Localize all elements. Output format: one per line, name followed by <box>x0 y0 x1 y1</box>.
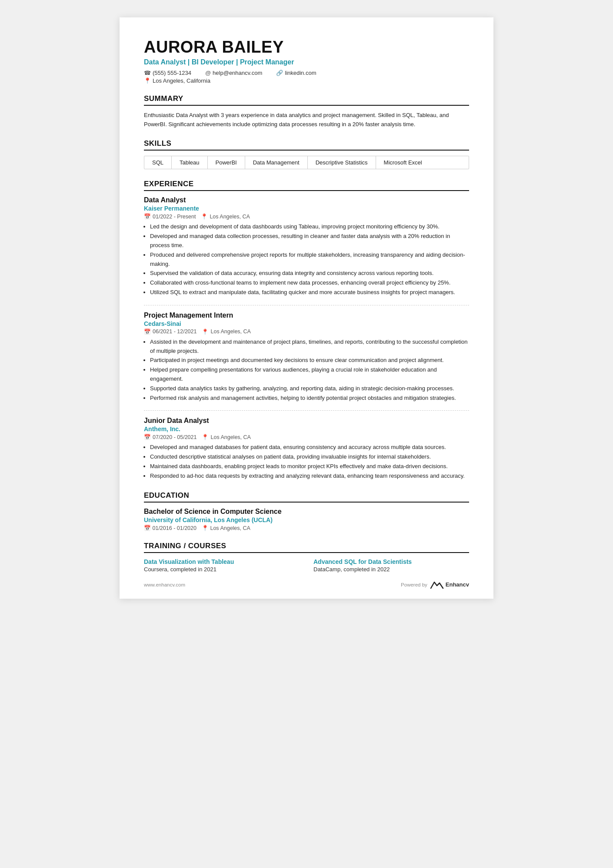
job-dates: 📅 01/2022 - Present <box>144 213 196 220</box>
training-subtitle: DataCamp, completed in 2022 <box>313 566 469 573</box>
summary-text: Enthusiastic Data Analyst with 3 years e… <box>144 111 469 129</box>
linkedin-icon: 🔗 <box>276 70 283 76</box>
resume-page: AURORA BAILEY Data Analyst | BI Develope… <box>120 17 493 599</box>
calendar-icon: 📅 <box>144 434 151 440</box>
email-contact: @ help@enhancv.com <box>205 70 262 76</box>
skills-section: SKILLS SQLTableauPowerBIData ManagementD… <box>144 139 469 169</box>
job-location: 📍 Los Angeles, CA <box>201 213 250 220</box>
skills-heading: SKILLS <box>144 139 469 151</box>
company-name: Cedars-Sinai <box>144 320 469 327</box>
skills-list: SQLTableauPowerBIData ManagementDescript… <box>144 156 469 169</box>
training-subtitle: Coursera, completed in 2021 <box>144 566 300 573</box>
training-section: TRAINING / COURSES Data Visualization wi… <box>144 542 469 573</box>
calendar-icon: 📅 <box>144 213 151 220</box>
location-icon: 📍 <box>202 525 209 531</box>
experience-section: EXPERIENCE Data Analyst Kaiser Permanent… <box>144 180 469 480</box>
training-grid: Data Visualization with Tableau Coursera… <box>144 558 469 573</box>
job-bullets: Assisted in the development and maintena… <box>144 338 469 403</box>
footer-website: www.enhancv.com <box>144 582 185 587</box>
education-section: EDUCATION Bachelor of Science in Compute… <box>144 491 469 531</box>
skill-item: Tableau <box>172 156 208 169</box>
skill-item: Data Management <box>245 156 308 169</box>
job-dates: 📅 07/2020 - 05/2021 <box>144 434 197 440</box>
summary-heading: SUMMARY <box>144 94 469 106</box>
bullet-item: Performed risk analysis and management a… <box>150 394 469 403</box>
experience-block: Junior Data Analyst Anthem, Inc. 📅 07/20… <box>144 417 469 480</box>
job-meta: 📅 01/2022 - Present 📍 Los Angeles, CA <box>144 213 469 220</box>
bullet-item: Led the design and development of data d… <box>150 222 469 231</box>
experience-heading: EXPERIENCE <box>144 180 469 191</box>
training-heading: TRAINING / COURSES <box>144 542 469 553</box>
training-title: Advanced SQL for Data Scientists <box>313 558 469 565</box>
bullet-item: Supervised the validation of data accura… <box>150 269 469 278</box>
skill-item: PowerBI <box>208 156 245 169</box>
location-icon: 📍 <box>202 328 209 335</box>
bullet-item: Maintained data dashboards, enabling pro… <box>150 462 469 471</box>
experience-list: Data Analyst Kaiser Permanente 📅 01/2022… <box>144 196 469 480</box>
experience-block: Project Management Intern Cedars-Sinai 📅… <box>144 312 469 403</box>
training-item: Advanced SQL for Data Scientists DataCam… <box>313 558 469 573</box>
enhancv-logo: Enhancv <box>430 580 469 589</box>
bullet-item: Conducted descriptive statistical analys… <box>150 452 469 462</box>
job-title: Junior Data Analyst <box>144 417 469 425</box>
bullet-item: Produced and delivered comprehensive pro… <box>150 251 469 269</box>
job-title: Data Analyst <box>144 196 469 204</box>
job-bullets: Led the design and development of data d… <box>144 222 469 297</box>
calendar-icon: 📅 <box>144 328 151 335</box>
enhancv-icon <box>430 580 444 589</box>
training-item: Data Visualization with Tableau Coursera… <box>144 558 300 573</box>
bullet-item: Assisted in the development and maintena… <box>150 338 469 356</box>
bullet-item: Supported data analytics tasks by gather… <box>150 384 469 393</box>
bullet-item: Collaborated with cross-functional teams… <box>150 278 469 288</box>
education-block: Bachelor of Science in Computer Science … <box>144 508 469 531</box>
bullet-item: Utilized SQL to extract and manipulate d… <box>150 288 469 297</box>
skill-item: Descriptive Statistics <box>308 156 376 169</box>
job-meta: 📅 07/2020 - 05/2021 📍 Los Angeles, CA <box>144 434 469 440</box>
bullet-item: Participated in project meetings and doc… <box>150 356 469 365</box>
phone-icon: ☎ <box>144 70 151 76</box>
skill-item: SQL <box>144 156 172 169</box>
candidate-title: Data Analyst | BI Developer | Project Ma… <box>144 58 469 66</box>
location-icon: 📍 <box>202 434 209 440</box>
candidate-name: AURORA BAILEY <box>144 38 469 57</box>
experience-block: Data Analyst Kaiser Permanente 📅 01/2022… <box>144 196 469 297</box>
linkedin-contact: 🔗 linkedin.com <box>276 70 316 76</box>
contact-row: ☎ (555) 555-1234 @ help@enhancv.com 🔗 li… <box>144 70 469 76</box>
job-meta: 📅 06/2021 - 12/2021 📍 Los Angeles, CA <box>144 328 469 335</box>
calendar-icon: 📅 <box>144 525 151 531</box>
bullet-item: Developed and managed databases for pati… <box>150 443 469 452</box>
job-location: 📍 Los Angeles, CA <box>202 434 250 440</box>
education-heading: EDUCATION <box>144 491 469 503</box>
job-location: 📍 Los Angeles, CA <box>202 328 250 335</box>
edu-dates: 📅 01/2016 - 01/2020 <box>144 525 197 531</box>
job-dates: 📅 06/2021 - 12/2021 <box>144 328 197 335</box>
edu-degree: Bachelor of Science in Computer Science <box>144 508 469 516</box>
job-title: Project Management Intern <box>144 312 469 319</box>
bullet-item: Developed and managed data collection pr… <box>150 232 469 250</box>
experience-divider <box>144 410 469 411</box>
footer-brand: Powered by Enhancv <box>401 580 469 589</box>
company-name: Anthem, Inc. <box>144 426 469 432</box>
bullet-item: Helped prepare compelling presentations … <box>150 365 469 384</box>
training-title: Data Visualization with Tableau <box>144 558 300 565</box>
location-icon: 📍 <box>144 77 151 84</box>
location-contact: 📍 Los Angeles, California <box>144 77 469 84</box>
edu-school: University of California, Los Angeles (U… <box>144 516 469 523</box>
location-icon: 📍 <box>201 213 208 220</box>
edu-location: 📍 Los Angeles, CA <box>202 525 250 531</box>
skill-item: Microsoft Excel <box>376 156 430 169</box>
edu-meta: 📅 01/2016 - 01/2020 📍 Los Angeles, CA <box>144 525 469 531</box>
company-name: Kaiser Permanente <box>144 205 469 212</box>
summary-section: SUMMARY Enthusiastic Data Analyst with 3… <box>144 94 469 129</box>
resume-footer: www.enhancv.com Powered by Enhancv <box>144 580 469 589</box>
job-bullets: Developed and managed databases for pati… <box>144 443 469 480</box>
phone-contact: ☎ (555) 555-1234 <box>144 70 191 76</box>
experience-divider <box>144 305 469 305</box>
email-icon: @ <box>205 70 211 76</box>
bullet-item: Responded to ad-hoc data requests by ext… <box>150 472 469 481</box>
header: AURORA BAILEY Data Analyst | BI Develope… <box>144 38 469 84</box>
